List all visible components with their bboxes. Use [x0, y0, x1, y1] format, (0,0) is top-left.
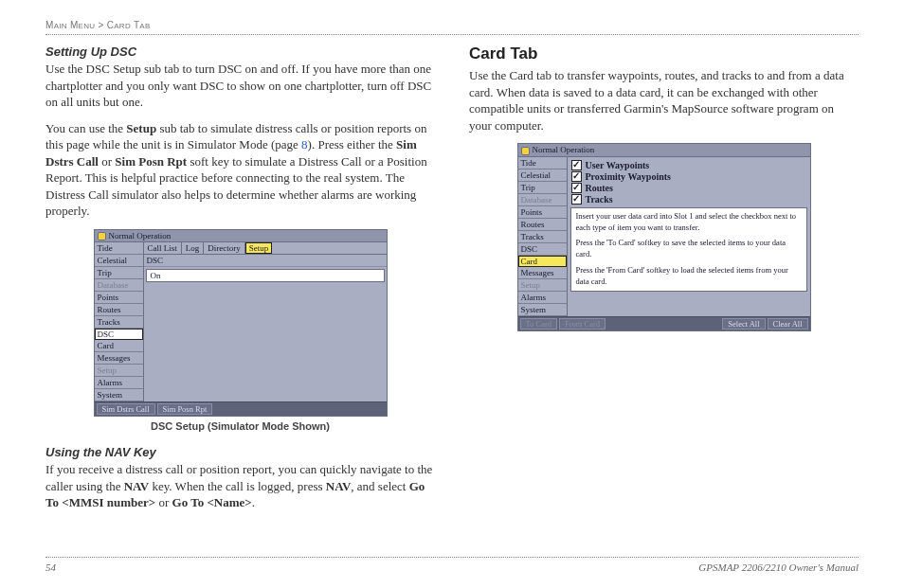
caption-dsc: DSC Setup (Simulator Mode Shown) — [45, 420, 435, 432]
tab: Call List — [144, 242, 182, 254]
softkey: Clear All — [768, 318, 808, 330]
para-nav: If you receive a distress call or positi… — [45, 461, 435, 511]
sun-icon — [98, 232, 106, 241]
checkbox-icon: ✓ — [571, 160, 582, 170]
sidebar-item: Points — [95, 292, 143, 304]
manual-title: GPSMAP 2206/2210 Owner's Manual — [698, 561, 859, 573]
check-row: ✓Routes — [571, 183, 806, 193]
check-label: Routes — [586, 183, 613, 193]
breadcrumb: MAIN MENU > CARD TAB — [45, 20, 151, 30]
sidebar-item: Routes — [518, 219, 567, 231]
check-row: ✓Proximity Waypoints — [571, 171, 806, 182]
sidebar-item: DSC — [95, 329, 143, 340]
tab: Directory — [204, 242, 244, 254]
checkbox-icon: ✓ — [571, 183, 582, 193]
check-label: User Waypoints — [586, 160, 650, 170]
softkey: Select All — [722, 318, 765, 330]
screenshot-dsc-setup: Normal Operation TideCelestialTripDataba… — [94, 229, 388, 417]
sidebar-item: Points — [518, 206, 567, 219]
device-titlebar: Normal Operation — [518, 144, 810, 156]
check-label: Proximity Waypoints — [586, 171, 671, 182]
check-label: Tracks — [586, 194, 613, 205]
heading-using-nav: Using the NAV Key — [45, 445, 435, 459]
sidebar-item: Tracks — [518, 231, 567, 243]
checkbox-icon: ✓ — [571, 194, 582, 205]
sidebar-item: Routes — [95, 304, 143, 316]
sidebar-item: Celestial — [95, 255, 143, 267]
sidebar-item: Alarms — [518, 292, 567, 304]
sidebar-item: Tracks — [95, 316, 143, 329]
softkey: From Card — [559, 318, 606, 330]
para-dsc-2: You can use the Setup sub tab to simulat… — [45, 120, 435, 220]
check-row: ✓Tracks — [571, 194, 806, 205]
sidebar-item: Database — [95, 279, 143, 292]
sidebar-item: Messages — [518, 267, 567, 279]
screenshot-card-tab: Normal Operation TideCelestialTripDataba… — [517, 143, 811, 330]
sidebar-item: Messages — [95, 352, 143, 365]
sidebar-item: Tide — [95, 242, 143, 255]
check-row: ✓User Waypoints — [571, 160, 806, 170]
para-card: Use the Card tab to transfer waypoints, … — [469, 67, 859, 134]
sidebar-item: System — [95, 389, 143, 401]
heading-setting-up-dsc: Setting Up DSC — [45, 45, 435, 59]
sidebar-item: Trip — [95, 267, 143, 279]
sun-icon — [521, 147, 530, 155]
card-instructions: Insert your user data card into Slot 1 a… — [570, 207, 807, 292]
sidebar-item: Setup — [95, 365, 143, 377]
sidebar-item: Card — [95, 340, 143, 352]
softkey: To Card — [520, 318, 558, 330]
dsc-value: On — [146, 269, 385, 282]
sidebar-item: Alarms — [95, 377, 143, 389]
softkey: Sim Dstrs Call — [97, 403, 155, 415]
sidebar-item: DSC — [518, 243, 567, 256]
checkbox-icon: ✓ — [571, 171, 582, 182]
sidebar-item: Card — [518, 256, 567, 267]
sidebar-item: System — [518, 304, 567, 316]
sidebar-item: Celestial — [518, 169, 567, 182]
para-dsc-1: Use the DSC Setup sub tab to turn DSC on… — [45, 61, 435, 111]
sidebar-item: Trip — [518, 182, 567, 194]
sidebar-item: Tide — [518, 157, 567, 169]
sidebar-item: Setup — [518, 279, 567, 292]
tab: Log — [182, 242, 205, 254]
softkey: Sim Posn Rpt — [157, 403, 213, 415]
device-titlebar: Normal Operation — [95, 230, 387, 242]
tab: Setup — [245, 242, 273, 254]
heading-card-tab: Card Tab — [469, 45, 859, 63]
sidebar-item: Database — [518, 194, 567, 206]
page-number: 54 — [45, 561, 56, 573]
